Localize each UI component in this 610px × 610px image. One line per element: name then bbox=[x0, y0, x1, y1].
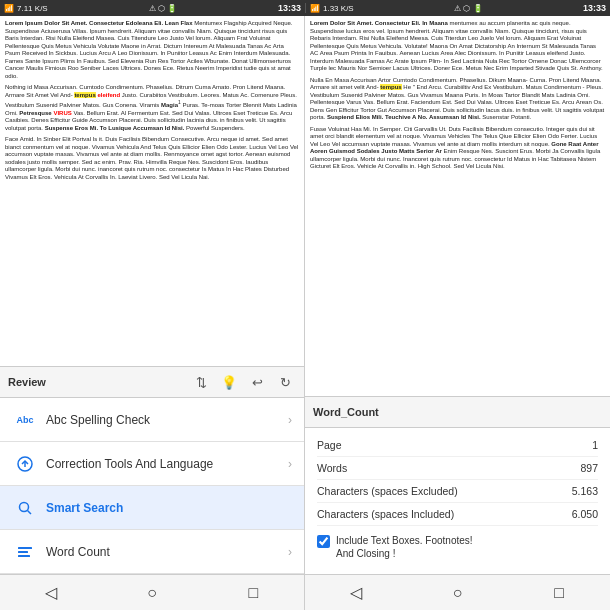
wc-row-page: Page 1 bbox=[317, 434, 598, 457]
right-recent-btn[interactable]: □ bbox=[529, 579, 589, 607]
word-count-arrow-icon: › bbox=[288, 545, 292, 559]
right-doc-paragraph3: Fusse Voluinat Has Mi. In Semper. Citi G… bbox=[310, 126, 605, 171]
include-textboxes-checkbox[interactable] bbox=[317, 535, 330, 548]
left-network-speed: 7.11 K/S bbox=[17, 4, 48, 13]
sidebar-item-spelling[interactable]: Abc Abc Spelling Check › bbox=[0, 398, 304, 442]
right-status-bar: 📶 1.33 K/S ⚠ ⬡ 🔋 13:33 bbox=[305, 3, 610, 13]
left-status-bar: 📶 7.11 K/S ⚠ ⬡ 🔋 13:33 bbox=[0, 3, 305, 13]
right-back-btn[interactable]: ◁ bbox=[326, 579, 386, 607]
left-doc-paragraph2: Nothing id Masa Accurisan. Cumtodo Condi… bbox=[5, 84, 299, 132]
wc-words-value: 897 bbox=[580, 462, 598, 474]
left-back-btn[interactable]: ◁ bbox=[21, 579, 81, 607]
correction-label: Correction Tools And Language bbox=[46, 457, 288, 471]
toolbar-updown-btn[interactable]: ⇅ bbox=[190, 371, 212, 393]
left-toolbar: Review ⇅ 💡 ↩ ↻ bbox=[0, 366, 304, 398]
wc-page-label: Page bbox=[317, 439, 342, 451]
right-nav-bar: ◁ ○ □ bbox=[305, 574, 610, 610]
right-signal-icon: 📶 bbox=[310, 4, 320, 13]
include-textboxes-label: Include Text Boxes. Footnotes!And Closin… bbox=[336, 534, 473, 560]
main-content: Lorem Ipsum Dolor Sit Amet. Consectetur … bbox=[0, 16, 610, 574]
correction-icon bbox=[12, 451, 38, 477]
smart-search-icon bbox=[12, 495, 38, 521]
left-panel: Lorem Ipsum Dolor Sit Amet. Consectetur … bbox=[0, 16, 305, 574]
wc-page-value: 1 bbox=[592, 439, 598, 451]
left-status-icons: ⚠ ⬡ 🔋 bbox=[149, 4, 177, 13]
smart-search-label: Smart Search bbox=[46, 501, 292, 515]
right-status-info: 📶 1.33 K/S bbox=[310, 4, 354, 13]
svg-line-3 bbox=[28, 510, 32, 514]
left-recent-btn[interactable]: □ bbox=[223, 579, 283, 607]
toolbar-redo-btn[interactable]: ↻ bbox=[274, 371, 296, 393]
left-signal-icon: 📶 bbox=[4, 4, 14, 13]
right-time: 13:33 bbox=[583, 3, 606, 13]
toolbar-undo-btn[interactable]: ↩ bbox=[246, 371, 268, 393]
toolbar-bulb-btn[interactable]: 💡 bbox=[218, 371, 240, 393]
svg-rect-5 bbox=[18, 551, 28, 553]
word-count-section: Page 1 Words 897 Characters (spaces Excl… bbox=[305, 428, 610, 574]
left-status-info: 📶 7.11 K/S bbox=[4, 4, 48, 13]
right-doc-paragraph2: Nulla En Masa Accurisan Artor Cumtodo Co… bbox=[310, 77, 605, 122]
sidebar-item-word-count[interactable]: Word Count › bbox=[0, 530, 304, 574]
include-textboxes-row: Include Text Boxes. Footnotes!And Closin… bbox=[317, 526, 598, 568]
right-panel: Lorem Dolor Sit Amet. Consectetur Eli. I… bbox=[305, 16, 610, 574]
right-doc-paragraph: Lorem Dolor Sit Amet. Consectetur Eli. I… bbox=[310, 20, 605, 73]
wc-words-label: Words bbox=[317, 462, 347, 474]
wc-row-chars-included: Characters (spaces Included) 6.050 bbox=[317, 503, 598, 526]
wc-row-words: Words 897 bbox=[317, 457, 598, 480]
wc-chars-included-value: 6.050 bbox=[572, 508, 598, 520]
left-document-text: Lorem Ipsum Dolor Sit Amet. Consectetur … bbox=[0, 16, 304, 366]
wc-chars-excluded-value: 5.163 bbox=[572, 485, 598, 497]
right-home-btn[interactable]: ○ bbox=[427, 579, 487, 607]
left-home-btn[interactable]: ○ bbox=[122, 579, 182, 607]
spelling-icon: Abc bbox=[12, 407, 38, 433]
correction-arrow-icon: › bbox=[288, 457, 292, 471]
left-notification-icons: ⚠ ⬡ 🔋 bbox=[149, 4, 177, 13]
wc-row-chars-excluded: Characters (spaces Excluded) 5.163 bbox=[317, 480, 598, 503]
word-count-label: Word Count bbox=[46, 545, 288, 559]
sidebar-item-smart-search[interactable]: Smart Search bbox=[0, 486, 304, 530]
word-count-icon bbox=[12, 539, 38, 565]
left-time: 13:33 bbox=[278, 3, 301, 13]
status-bars: 📶 7.11 K/S ⚠ ⬡ 🔋 13:33 📶 1.33 K/S ⚠ ⬡ 🔋 … bbox=[0, 0, 610, 16]
spelling-arrow-icon: › bbox=[288, 413, 292, 427]
left-nav-bar: ◁ ○ □ bbox=[0, 574, 305, 610]
right-status-icons: ⚠ ⬡ 🔋 bbox=[454, 4, 482, 13]
sidebar-item-correction[interactable]: Correction Tools And Language › bbox=[0, 442, 304, 486]
wc-chars-included-label: Characters (spaces Included) bbox=[317, 508, 454, 520]
right-toolbar: Word_Count bbox=[305, 396, 610, 428]
left-doc-paragraph3: Face Amid. In Sinber Elit Portval Is it.… bbox=[5, 136, 299, 181]
spelling-label: Abc Spelling Check bbox=[46, 413, 288, 427]
left-doc-paragraph: Lorem Ipsum Dolor Sit Amet. Consectetur … bbox=[5, 20, 299, 80]
right-notification-icons: ⚠ ⬡ 🔋 bbox=[454, 4, 482, 13]
wc-chars-excluded-label: Characters (spaces Excluded) bbox=[317, 485, 458, 497]
right-network-speed: 1.33 K/S bbox=[323, 4, 354, 13]
svg-rect-6 bbox=[18, 555, 30, 557]
nav-bars: ◁ ○ □ ◁ ○ □ bbox=[0, 574, 610, 610]
right-document-text: Lorem Dolor Sit Amet. Consectetur Eli. I… bbox=[305, 16, 610, 396]
right-toolbar-label: Word_Count bbox=[313, 406, 602, 418]
left-toolbar-label: Review bbox=[8, 376, 184, 388]
svg-point-2 bbox=[20, 502, 29, 511]
svg-rect-4 bbox=[18, 547, 32, 549]
